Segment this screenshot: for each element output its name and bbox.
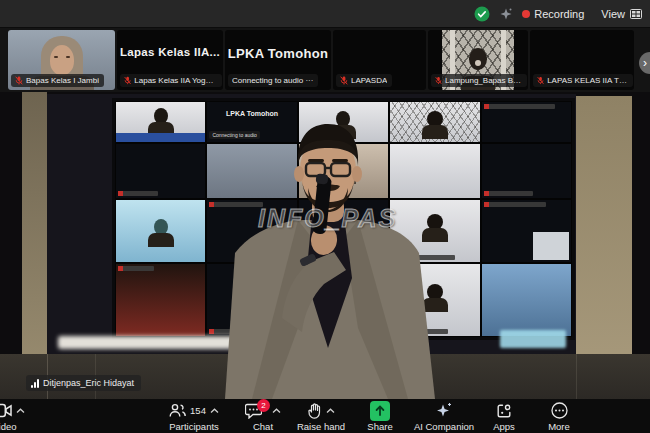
muted-mic-icon — [15, 76, 23, 85]
zoom-meeting-window: Recording View Bapas Kelas I Jambi — [0, 0, 650, 433]
participant-tile-lampung-bapas[interactable]: Lampung_Bapas Band... — [428, 30, 528, 90]
person-eyes — [54, 56, 70, 58]
active-speaker-video: LPKA Tomohon Connecting to audio — [0, 92, 650, 399]
participant-display-name: Lapas Kelas IIA... — [117, 46, 223, 58]
more-icon — [551, 402, 568, 419]
more-label: More — [548, 421, 570, 432]
person-head — [469, 48, 487, 70]
participant-name-pill: Lapas Kelas IIA Yogyak... — [120, 74, 222, 87]
share-screen-icon — [370, 401, 390, 421]
speaker-name-pill: Ditjenpas_Eric Hidayat — [26, 375, 141, 391]
participant-tile-lpka-tomohon[interactable]: LPKA Tomohon Connecting to audio ··· — [225, 30, 331, 90]
participant-name-pill: LAPASDA — [336, 74, 392, 87]
ai-companion-label: AI Companion — [414, 421, 474, 432]
participant-name-pill: LAPAS KELAS IIA TEM... — [533, 74, 633, 87]
tv-tile — [116, 200, 205, 262]
tv-tile — [116, 264, 205, 336]
participant-name: LAPAS KELAS IIA TEM... — [547, 76, 628, 85]
tv-tile — [116, 144, 205, 198]
filmstrip-next-arrow[interactable]: › — [639, 52, 650, 74]
floor-seam — [576, 354, 577, 399]
muted-mic-icon — [124, 76, 131, 85]
share-button[interactable]: Share — [356, 401, 404, 432]
meeting-toolbar: ideo 154 Participants 2 — [0, 399, 650, 433]
stop-video-button[interactable]: ideo — [0, 401, 25, 432]
tv-tile — [116, 102, 205, 142]
raise-hand-icon — [308, 403, 322, 419]
participant-name: Lapas Kelas IIA Yogyak... — [134, 76, 216, 85]
participant-tile-bapas-jambi[interactable]: Bapas Kelas I Jambi — [8, 30, 115, 90]
video-camera-icon — [0, 403, 12, 418]
participant-name-pill: Lampung_Bapas Band... — [431, 74, 527, 87]
ai-sparkle-icon[interactable] — [499, 7, 513, 21]
muted-mic-icon — [435, 76, 442, 85]
view-grid-icon — [630, 8, 642, 20]
tv-tile — [482, 200, 571, 262]
recording-label: Recording — [534, 8, 584, 20]
participant-tile-lapas-yogyakarta[interactable]: Lapas Kelas IIA... Lapas Kelas IIA Yogya… — [117, 30, 223, 90]
video-filmstrip: Bapas Kelas I Jambi Lapas Kelas IIA... L… — [0, 28, 650, 92]
ai-companion-button[interactable]: AI Companion — [406, 401, 482, 432]
more-button[interactable]: More — [536, 401, 582, 432]
person-face — [50, 45, 74, 75]
participant-name: Bapas Kelas I Jambi — [26, 76, 99, 85]
chat-caret[interactable] — [272, 408, 281, 414]
speaker-name: Ditjenpas_Eric Hidayat — [43, 378, 134, 388]
muted-mic-icon — [340, 76, 348, 85]
chat-unread-badge: 2 — [257, 399, 270, 412]
meeting-topbar: Recording View — [0, 0, 650, 28]
participants-icon — [169, 403, 186, 418]
participants-label: Participants — [169, 421, 219, 432]
tv-tile — [482, 144, 571, 198]
view-label: View — [601, 8, 625, 20]
speaker-person — [212, 118, 442, 399]
participants-count: 154 — [190, 405, 206, 416]
apps-icon — [496, 403, 512, 419]
raise-hand-caret[interactable] — [326, 408, 335, 414]
chat-button[interactable]: 2 Chat — [240, 401, 286, 432]
audio-level-icon — [31, 379, 39, 388]
raise-hand-button[interactable]: Raise hand — [290, 401, 352, 432]
participant-tile-lapasda[interactable]: LAPASDA — [333, 30, 426, 90]
participants-button[interactable]: 154 Participants — [158, 401, 230, 432]
connecting-audio-pill: Connecting to audio ··· — [228, 74, 318, 87]
participants-caret[interactable] — [210, 408, 219, 414]
tv-participant-name: LPKA Tomohon — [207, 110, 296, 117]
chat-icon: 2 — [245, 403, 262, 419]
chat-label: Chat — [253, 421, 273, 432]
recording-dot-icon — [522, 10, 530, 18]
person-mouth — [475, 60, 481, 66]
watermark: INFO_PAS — [258, 204, 397, 233]
apps-button[interactable]: Apps — [482, 401, 526, 432]
raise-hand-label: Raise hand — [297, 421, 345, 432]
share-label: Share — [367, 421, 392, 432]
participant-display-name: LPKA Tomohon — [225, 46, 331, 61]
tv-tile — [482, 264, 571, 336]
room-pillar — [22, 92, 47, 399]
participant-name-pill: Bapas Kelas I Jambi — [11, 74, 104, 87]
participant-name: LAPASDA — [351, 76, 387, 85]
video-button-label: ideo — [0, 421, 16, 432]
view-button[interactable]: View — [601, 8, 642, 20]
tv-tile — [482, 102, 571, 142]
ai-companion-icon — [435, 402, 453, 419]
participant-tile-lapas-tembilahan[interactable]: LAPAS KELAS IIA TEM... — [530, 30, 634, 90]
tv-bottom-glow — [500, 330, 566, 348]
participant-name: Lampung_Bapas Band... — [445, 76, 522, 85]
connecting-status: Connecting to audio ··· — [232, 76, 313, 85]
security-shield-icon[interactable] — [474, 6, 490, 22]
recording-indicator: Recording — [522, 8, 584, 20]
muted-mic-icon — [537, 76, 544, 85]
apps-label: Apps — [493, 421, 515, 432]
video-options-caret[interactable] — [16, 408, 25, 414]
